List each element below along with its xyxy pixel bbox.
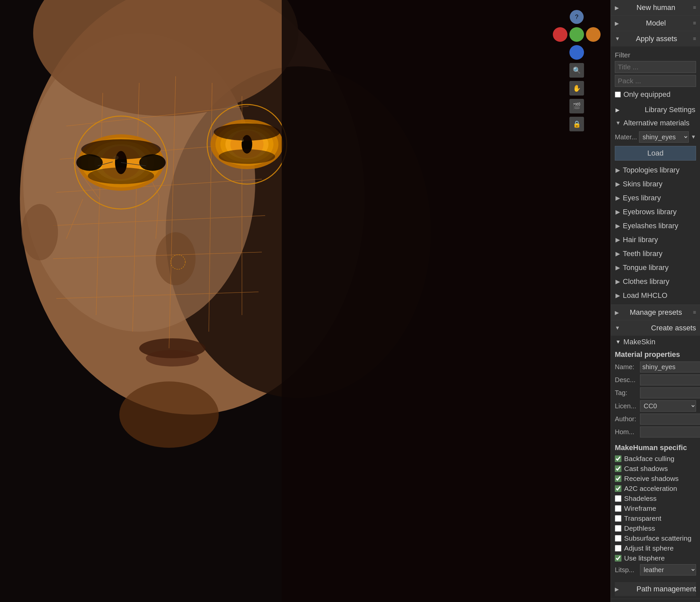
- teeth-arrow: ▶: [616, 250, 620, 257]
- alternative-materials-header[interactable]: ▼ Alternative materials: [611, 117, 700, 129]
- alt-materials-label: Alternative materials: [623, 119, 690, 127]
- dot-buttons-row: ?: [570, 10, 584, 24]
- backface-culling-row[interactable]: Backface culling: [615, 455, 696, 463]
- skins-library-item[interactable]: ▶ Skins library: [611, 177, 700, 191]
- use-litsphere-row[interactable]: Use litsphere: [615, 554, 696, 562]
- only-equipped-label[interactable]: Only equipped: [623, 90, 671, 99]
- load-mhclo-item[interactable]: ▶ Load MHCLO: [611, 289, 700, 303]
- path-management: ▶ Path management: [611, 579, 700, 599]
- wireframe-checkbox[interactable]: [615, 505, 621, 512]
- create-assets-section: ▼ Create assets ▼ MakeSkin Material prop…: [611, 320, 700, 599]
- model-section: ▶ Model ≡: [611, 16, 700, 31]
- material-selector-row: Mater... shiny_eyes default wet_eyes ▼: [611, 129, 700, 145]
- eyelashes-library-item[interactable]: ▶ Eyelashes library: [611, 219, 700, 233]
- eyes-library-item[interactable]: ▶ Eyes library: [611, 191, 700, 205]
- manage-presets-arrow: ▶: [615, 310, 619, 316]
- prop-license-label: Licen...: [615, 402, 638, 410]
- color-dots-row: [553, 27, 601, 42]
- path-management-header[interactable]: ▶ Path management: [615, 582, 696, 596]
- prop-name-input[interactable]: [640, 362, 700, 372]
- viewport[interactable]: ? 🔍 ✋ 🎬 🔒: [0, 0, 610, 602]
- hair-library-item[interactable]: ▶ Hair library: [611, 233, 700, 247]
- title-filter-input[interactable]: [615, 61, 696, 73]
- pack-filter-input[interactable]: [615, 75, 696, 87]
- prop-license-select[interactable]: CC0 CC-BY CC-BY-SA: [640, 400, 696, 412]
- backface-culling-checkbox[interactable]: [615, 455, 621, 462]
- manage-presets-header[interactable]: ▶ Manage presets ≡: [611, 305, 700, 320]
- eyebrows-arrow: ▶: [616, 208, 620, 216]
- apply-assets-header[interactable]: ▼ Apply assets ≡: [611, 31, 700, 46]
- receive-shadows-checkbox[interactable]: [615, 475, 621, 482]
- library-settings-arrow: ▶: [616, 107, 620, 113]
- transparent-checkbox[interactable]: [615, 515, 621, 522]
- prop-homepage-input[interactable]: [640, 427, 700, 437]
- makeskin-label: MakeSkin: [623, 338, 656, 346]
- model-label: Model: [646, 19, 666, 27]
- blue-button[interactable]: [569, 45, 584, 60]
- tongue-library-item[interactable]: ▶ Tongue library: [611, 261, 700, 274]
- litsphere-label: Litsp...: [615, 566, 638, 574]
- receive-shadows-row[interactable]: Receive shadows: [615, 475, 696, 483]
- skins-library-label: Skins library: [623, 180, 662, 188]
- prop-author-input[interactable]: [640, 414, 700, 425]
- clothes-library-item[interactable]: ▶ Clothes library: [611, 274, 700, 289]
- cast-shadows-checkbox[interactable]: [615, 465, 621, 472]
- adjust-lit-sphere-checkbox[interactable]: [615, 545, 621, 552]
- model-header[interactable]: ▶ Model ≡: [611, 16, 700, 31]
- eyebrows-library-label: Eyebrows library: [623, 208, 677, 216]
- wireframe-row[interactable]: Wireframe: [615, 505, 696, 512]
- depthless-checkbox[interactable]: [615, 525, 621, 532]
- material-selector-label: Mater...: [615, 133, 637, 141]
- transparent-row[interactable]: Transparent: [615, 514, 696, 522]
- makeskin-header[interactable]: ▼ MakeSkin: [611, 336, 700, 348]
- litsphere-select[interactable]: leather default skin: [640, 564, 696, 575]
- eyelashes-arrow: ▶: [616, 222, 620, 230]
- svg-point-50: [22, 204, 58, 260]
- library-settings-header[interactable]: ▶ Library Settings: [611, 103, 700, 117]
- green-button[interactable]: [569, 27, 584, 42]
- receive-shadows-label: Receive shadows: [624, 475, 679, 483]
- eyebrows-library-item[interactable]: ▶ Eyebrows library: [611, 205, 700, 219]
- wireframe-label: Wireframe: [624, 505, 656, 512]
- subsurface-scattering-checkbox[interactable]: [615, 535, 621, 541]
- red-button[interactable]: [553, 27, 568, 42]
- a2c-acceleration-row[interactable]: A2C acceleration: [615, 485, 696, 492]
- subsurface-row[interactable]: Subsurface scattering: [615, 534, 696, 542]
- backface-culling-label: Backface culling: [624, 455, 674, 463]
- manage-presets-dots: ≡: [693, 310, 696, 315]
- topologies-library-item[interactable]: ▶ Topologies library: [611, 163, 700, 177]
- material-select[interactable]: shiny_eyes default wet_eyes: [639, 131, 689, 143]
- orange-button[interactable]: [586, 27, 601, 42]
- prop-license-row: Licen... CC0 CC-BY CC-BY-SA: [615, 400, 696, 412]
- search-button[interactable]: 🔍: [569, 63, 584, 78]
- new-human-header[interactable]: ▶ New human ≡: [611, 0, 700, 15]
- teeth-library-item[interactable]: ▶ Teeth library: [611, 247, 700, 261]
- library-settings-label: Library Settings: [645, 105, 695, 114]
- svg-point-33: [88, 168, 154, 184]
- prop-desc-input[interactable]: [640, 375, 700, 385]
- a2c-acceleration-checkbox[interactable]: [615, 485, 621, 492]
- lock-button[interactable]: 🔒: [569, 117, 584, 131]
- cast-shadows-row[interactable]: Cast shadows: [615, 465, 696, 473]
- prop-tag-input[interactable]: [640, 387, 700, 399]
- subsurface-scattering-label: Subsurface scattering: [624, 534, 691, 542]
- tongue-arrow: ▶: [616, 264, 620, 271]
- apply-assets-dots: ≡: [693, 36, 696, 42]
- question-button[interactable]: ?: [570, 10, 584, 24]
- create-assets-label: Create assets: [651, 324, 696, 332]
- load-mhclo-arrow: ▶: [616, 292, 620, 299]
- eyes-library-label: Eyes library: [623, 194, 661, 202]
- new-human-arrow: ▶: [615, 5, 619, 11]
- hand-button[interactable]: ✋: [569, 81, 584, 96]
- create-assets-header[interactable]: ▼ Create assets: [611, 320, 700, 336]
- shadeless-checkbox[interactable]: [615, 495, 621, 502]
- svg-point-46: [214, 123, 280, 141]
- only-equipped-checkbox[interactable]: [615, 92, 621, 97]
- svg-point-8: [119, 381, 219, 448]
- use-litsphere-checkbox[interactable]: [615, 555, 621, 561]
- shadeless-row[interactable]: Shadeless: [615, 495, 696, 503]
- depthless-row[interactable]: Depthless: [615, 524, 696, 532]
- adjust-lit-sphere-row[interactable]: Adjust lit sphere: [615, 544, 696, 552]
- load-button[interactable]: Load: [615, 146, 696, 161]
- camera-button[interactable]: 🎬: [569, 99, 584, 114]
